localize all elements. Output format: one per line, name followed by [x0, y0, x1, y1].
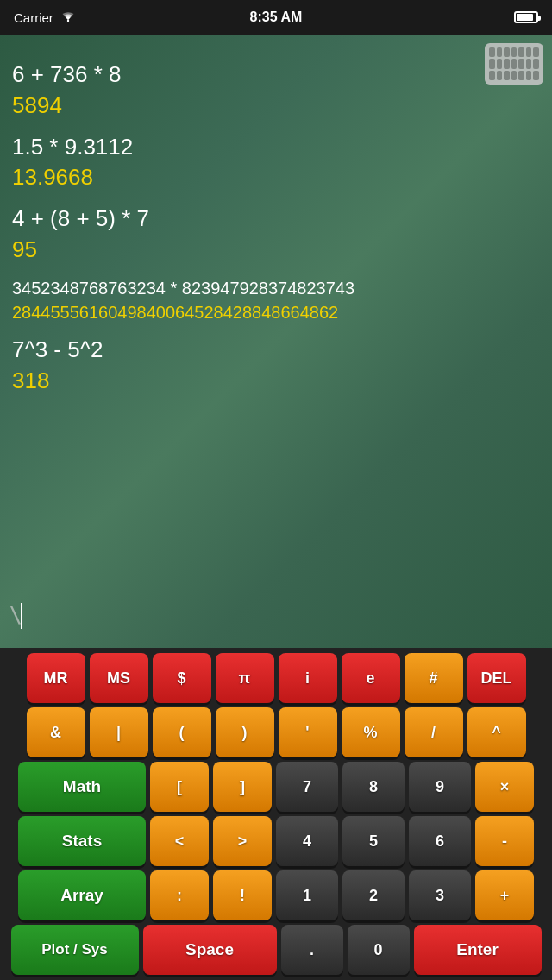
expr-1: 6 + 736 * 8: [12, 60, 540, 90]
percent-button[interactable]: %: [342, 707, 400, 757]
zero-button[interactable]: 0: [348, 925, 410, 975]
exclaim-button[interactable]: !: [213, 870, 272, 920]
stats-button[interactable]: Stats: [18, 816, 146, 866]
eight-button[interactable]: 8: [342, 762, 405, 812]
keyboard-row-3: Math [ ] 7 8 9 ×: [3, 762, 549, 812]
hash-button[interactable]: #: [405, 653, 463, 703]
expr-2: 1.5 * 9.3112: [12, 133, 540, 162]
plotsys-button[interactable]: Plot / Sys: [11, 925, 139, 975]
cursor-area: \: [12, 601, 22, 631]
e-button[interactable]: e: [342, 653, 400, 703]
del-button[interactable]: DEL: [467, 653, 526, 703]
result-1: 5894: [12, 91, 540, 121]
pipe-button[interactable]: |: [90, 707, 148, 757]
i-button[interactable]: i: [279, 653, 337, 703]
wifi-icon: [60, 10, 76, 25]
battery-icon: [514, 11, 538, 23]
math-button[interactable]: Math: [18, 762, 146, 812]
keyboard-icon[interactable]: [485, 43, 543, 85]
rbracket-button[interactable]: ]: [213, 762, 272, 812]
array-button[interactable]: Array: [18, 870, 146, 920]
space-button[interactable]: Space: [143, 925, 277, 975]
expressions: 6 + 736 * 8 5894 1.5 * 9.3112 13.9668 4 …: [12, 60, 540, 395]
minus-button[interactable]: -: [475, 816, 534, 866]
lbracket-button[interactable]: [: [150, 762, 209, 812]
keyboard-row-2: & | ( ) ' % / ^: [3, 707, 549, 757]
svg-point-0: [67, 19, 69, 21]
carrier-label: Carrier: [14, 10, 53, 25]
plus-button[interactable]: +: [475, 870, 534, 920]
keyboard-row-6: Plot / Sys Space . 0 Enter: [3, 925, 549, 975]
nine-button[interactable]: 9: [409, 762, 471, 812]
status-left: Carrier: [14, 10, 76, 25]
mr-button[interactable]: MR: [27, 653, 85, 703]
lt-button[interactable]: <: [150, 816, 209, 866]
status-time: 8:35 AM: [250, 9, 303, 25]
caret-button[interactable]: ^: [467, 707, 526, 757]
colon-button[interactable]: :: [150, 870, 209, 920]
enter-button[interactable]: Enter: [414, 925, 542, 975]
dollar-button[interactable]: $: [153, 653, 211, 703]
expr-4: 3452348768763234 * 823947928374823743: [12, 277, 540, 299]
cursor-bar: [21, 603, 22, 629]
result-2: 13.9668: [12, 163, 540, 192]
ms-button[interactable]: MS: [90, 653, 148, 703]
three-button[interactable]: 3: [409, 870, 471, 920]
lparen-button[interactable]: (: [153, 707, 211, 757]
result-5: 318: [12, 367, 540, 396]
pi-button[interactable]: π: [216, 653, 274, 703]
status-right: [514, 11, 538, 23]
result-3: 95: [12, 236, 540, 265]
gt-button[interactable]: >: [213, 816, 272, 866]
five-button[interactable]: 5: [342, 816, 405, 866]
two-button[interactable]: 2: [342, 870, 405, 920]
seven-button[interactable]: 7: [276, 762, 338, 812]
keyboard: MR MS $ π i e # DEL & | ( ) ' % / ^ Math…: [0, 648, 552, 980]
status-bar: Carrier 8:35 AM: [0, 0, 552, 35]
expr-3: 4 + (8 + 5) * 7: [12, 204, 540, 234]
keyboard-row-5: Array : ! 1 2 3 +: [3, 870, 549, 920]
main-area: 6 + 736 * 8 5894 1.5 * 9.3112 13.9668 4 …: [0, 35, 552, 980]
rparen-button[interactable]: ): [216, 707, 274, 757]
one-button[interactable]: 1: [276, 870, 338, 920]
cursor-slash: \: [9, 601, 22, 631]
chalkboard[interactable]: 6 + 736 * 8 5894 1.5 * 9.3112 13.9668 4 …: [0, 35, 552, 648]
keyboard-row-1: MR MS $ π i e # DEL: [3, 653, 549, 703]
result-4: 2844555616049840064528428848664862: [12, 301, 540, 324]
dot-button[interactable]: .: [281, 925, 343, 975]
slash-button[interactable]: /: [405, 707, 463, 757]
keyboard-row-4: Stats < > 4 5 6 -: [3, 816, 549, 866]
four-button[interactable]: 4: [276, 816, 338, 866]
expr-5: 7^3 - 5^2: [12, 336, 540, 365]
amp-button[interactable]: &: [27, 707, 85, 757]
tick-button[interactable]: ': [279, 707, 337, 757]
multiply-button[interactable]: ×: [475, 762, 534, 812]
six-button[interactable]: 6: [409, 816, 471, 866]
